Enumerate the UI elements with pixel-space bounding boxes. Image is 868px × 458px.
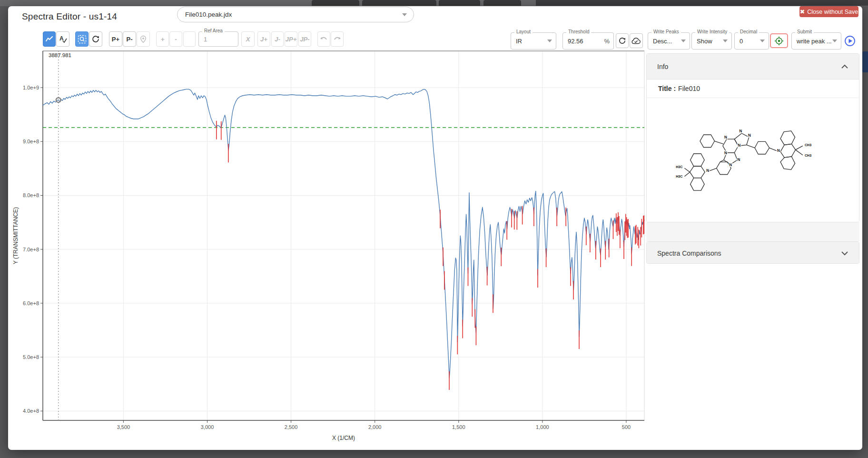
write-peaks-label: Write Peaks [651,30,681,34]
molecule-container: NNNNNNNNNCH3CH3H3CH3C [647,98,859,222]
write-intensity-value: Show [697,38,712,45]
info-accordion-header[interactable]: Info [647,54,859,80]
background-strip-dark [536,0,868,6]
info-panel-card: Info Title : File010 [646,53,859,222]
background-tab [483,0,521,6]
molecule-structure: NNNNNNNNNCH3CH3H3CH3C [673,115,833,206]
svg-text:X (1/CM): X (1/CM) [332,435,355,441]
run-submit-button[interactable] [843,33,857,48]
write-intensity-select[interactable]: Write Intensity Show [691,32,732,50]
background-tab [312,0,359,6]
chevron-down-icon [681,40,686,42]
spectrum-chart[interactable]: 3,5003,0002,5002,0001,5001,0005001.0e+99… [8,6,655,447]
svg-text:N: N [729,163,732,167]
comparisons-panel-card: Spectra Comparisons [646,241,859,264]
svg-text:N: N [706,169,709,173]
write-peaks-value: Desc... [653,38,672,45]
svg-text:N: N [724,135,727,139]
svg-text:N: N [777,149,780,153]
svg-text:N: N [724,151,727,155]
svg-text:1.0e+9: 1.0e+9 [23,85,39,90]
svg-text:N: N [748,133,751,138]
chevron-down-icon [841,251,848,256]
svg-text:4.0e+8: 4.0e+8 [23,408,39,414]
svg-text:3,000: 3,000 [201,424,214,430]
chevron-up-icon [841,64,848,69]
svg-text:7.0e+8: 7.0e+8 [23,247,39,252]
chevron-down-icon [723,40,728,42]
close-icon: ✖ [800,8,805,15]
submit-value: write peak ... [797,38,832,45]
comparisons-header-label: Spectra Comparisons [657,249,721,257]
svg-text:CH3: CH3 [805,143,811,147]
background-tab [439,0,480,6]
close-without-save-button[interactable]: ✖ Close without Save [799,6,858,17]
target-icon [774,36,784,46]
svg-text:3887.981: 3887.981 [49,52,71,58]
svg-text:6.0e+8: 6.0e+8 [23,300,39,306]
title-value: File010 [678,85,700,92]
svg-text:H3C: H3C [676,175,682,179]
submit-select[interactable]: Submit write peak ... [791,32,841,50]
write-intensity-label: Write Intensity [695,30,729,34]
background-tab-strip [0,0,868,6]
spectrum-title-row: Title : File010 [647,80,859,98]
svg-text:1,500: 1,500 [452,424,465,430]
decimal-label: Decimal [738,30,759,34]
svg-text:9.0e+8: 9.0e+8 [23,139,39,144]
svg-text:500: 500 [622,424,631,430]
info-header-label: Info [657,63,668,70]
spectra-comparisons-accordion-header[interactable]: Spectra Comparisons [647,242,859,264]
auto-peak-pick-button[interactable] [770,33,788,48]
background-tab [362,0,436,6]
spectra-editor-app: { "window": { "title": "Spectra Editor -… [0,0,868,458]
svg-text:3,500: 3,500 [117,424,130,430]
svg-text:H3C: H3C [676,165,682,169]
title-label: Title : [658,85,676,92]
svg-text:CH3: CH3 [805,154,811,158]
svg-text:8.0e+8: 8.0e+8 [23,192,39,198]
svg-text:5.0e+8: 5.0e+8 [23,354,39,360]
svg-text:Y (TRANSMITTANCE): Y (TRANSMITTANCE) [12,207,19,264]
spectra-editor-modal: Spectra Editor - us1-14 File010.peak.jdx… [8,6,862,450]
svg-text:N: N [740,129,742,133]
chevron-down-icon [832,40,837,42]
svg-text:2,000: 2,000 [368,424,382,430]
background-blue-fragment [862,51,868,72]
svg-text:N: N [738,158,740,162]
decimal-select[interactable]: Decimal 0 [734,32,769,50]
decimal-value: 0 [740,38,743,45]
svg-text:N: N [738,143,741,148]
chevron-down-icon [760,40,765,42]
submit-label: Submit [795,30,814,34]
panel-spacer [646,222,859,241]
play-icon [844,35,856,47]
svg-text:1,000: 1,000 [536,424,549,430]
svg-text:2,500: 2,500 [285,424,298,430]
